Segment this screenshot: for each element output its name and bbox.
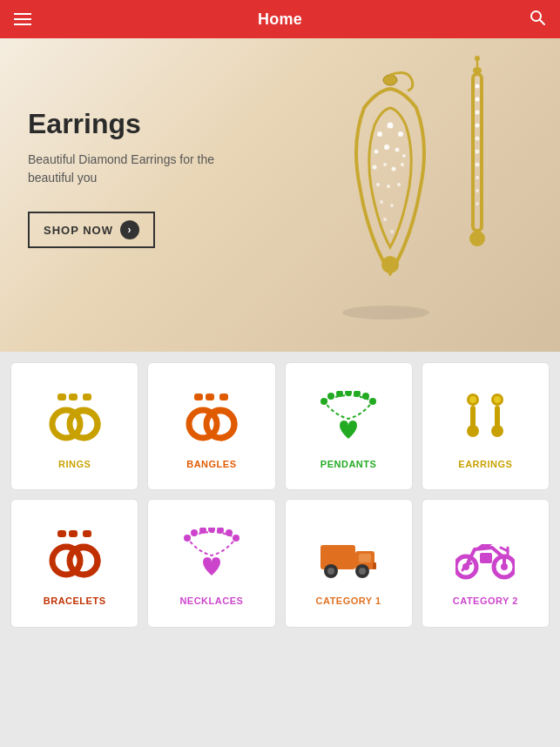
header-title: Home xyxy=(258,10,302,29)
svg-rect-44 xyxy=(206,394,214,400)
bangles-icon xyxy=(181,389,242,450)
category-grid: RINGS BANGLES xyxy=(0,352,560,638)
pendants-icon xyxy=(318,389,379,450)
svg-point-13 xyxy=(401,163,404,166)
svg-rect-45 xyxy=(219,394,228,400)
svg-point-30 xyxy=(476,137,480,141)
banner-image xyxy=(281,56,543,334)
svg-point-9 xyxy=(402,154,406,158)
svg-point-32 xyxy=(476,163,480,167)
svg-point-8 xyxy=(395,148,400,152)
svg-rect-57 xyxy=(470,406,476,427)
category-card-bangles[interactable]: BANGLES xyxy=(147,362,275,490)
category1-label: CATEGORY 1 xyxy=(316,596,381,606)
svg-point-11 xyxy=(383,163,387,166)
svg-point-21 xyxy=(381,256,399,273)
svg-rect-40 xyxy=(83,394,91,400)
menu-button[interactable] xyxy=(14,13,31,25)
svg-point-33 xyxy=(476,176,479,179)
svg-point-2 xyxy=(383,75,397,85)
svg-point-18 xyxy=(390,204,394,207)
category-card-necklaces[interactable]: NECKLACES xyxy=(147,499,275,627)
rings-label: RINGS xyxy=(58,459,91,469)
svg-rect-63 xyxy=(57,530,66,537)
earrings-label: EARRINGS xyxy=(458,459,512,469)
truck-icon xyxy=(318,526,379,587)
svg-point-58 xyxy=(467,425,479,437)
svg-rect-65 xyxy=(83,530,91,537)
svg-rect-38 xyxy=(57,394,66,400)
category-card-pendants[interactable]: PENDANTS xyxy=(285,362,413,490)
bracelets-label: BRACELETS xyxy=(44,596,106,606)
category-card-category1[interactable]: CATEGORY 1 xyxy=(285,499,413,627)
bracelets-icon xyxy=(44,526,105,587)
svg-point-28 xyxy=(476,111,480,115)
svg-rect-64 xyxy=(69,530,78,537)
svg-point-34 xyxy=(476,189,479,192)
svg-point-36 xyxy=(469,231,485,246)
earrings-icon xyxy=(455,389,516,450)
svg-point-17 xyxy=(380,200,383,204)
svg-point-10 xyxy=(373,165,377,170)
svg-point-24 xyxy=(475,56,480,61)
svg-point-26 xyxy=(476,84,480,89)
category-card-bracelets[interactable]: BRACELETS xyxy=(10,499,138,627)
svg-point-29 xyxy=(476,124,480,128)
svg-point-35 xyxy=(476,202,479,205)
svg-point-27 xyxy=(476,98,480,102)
search-button[interactable] xyxy=(529,9,546,30)
svg-point-56 xyxy=(469,396,476,403)
category-card-earrings[interactable]: EARRINGS xyxy=(422,362,550,490)
app-header: Home xyxy=(0,0,560,38)
svg-rect-61 xyxy=(495,406,500,427)
svg-rect-39 xyxy=(69,394,78,400)
banner-subtitle: Beautiful Diamond Earrings for the beaut… xyxy=(28,151,219,187)
category-card-rings[interactable]: RINGS xyxy=(10,362,138,490)
svg-point-4 xyxy=(388,123,394,129)
pendants-label: PENDANTS xyxy=(320,459,377,469)
svg-point-6 xyxy=(374,150,379,154)
category2-label: CATEGORY 2 xyxy=(453,596,518,606)
banner-title: Earrings xyxy=(28,108,219,140)
svg-point-62 xyxy=(491,425,503,437)
svg-point-15 xyxy=(387,185,390,188)
svg-point-81 xyxy=(359,568,366,575)
category-card-category2[interactable]: CATEGORY 2 xyxy=(422,499,550,627)
necklaces-icon xyxy=(181,526,242,587)
banner-content: Earrings Beautiful Diamond Earrings for … xyxy=(28,108,219,248)
arrow-icon: › xyxy=(120,220,139,239)
svg-point-16 xyxy=(397,183,401,186)
svg-point-14 xyxy=(376,183,380,186)
svg-point-19 xyxy=(383,218,387,221)
svg-point-79 xyxy=(327,568,334,575)
svg-rect-77 xyxy=(359,554,371,562)
motorcycle-icon xyxy=(455,526,516,587)
svg-rect-43 xyxy=(194,394,203,400)
svg-rect-82 xyxy=(373,562,376,569)
svg-point-5 xyxy=(398,131,403,137)
svg-line-1 xyxy=(540,20,544,24)
shop-now-button[interactable]: SHOP NOW › xyxy=(28,212,155,248)
svg-rect-75 xyxy=(320,545,355,569)
bangles-label: BANGLES xyxy=(186,459,236,469)
svg-point-3 xyxy=(377,131,382,137)
svg-point-31 xyxy=(476,150,480,154)
svg-point-20 xyxy=(390,230,394,233)
svg-rect-89 xyxy=(480,553,492,563)
hero-banner: Earrings Beautiful Diamond Earrings for … xyxy=(0,38,560,352)
bottom-spacer xyxy=(0,638,560,673)
necklaces-label: NECKLACES xyxy=(179,596,243,606)
rings-icon xyxy=(44,389,105,450)
svg-point-7 xyxy=(384,145,389,150)
svg-point-60 xyxy=(494,396,501,403)
svg-point-12 xyxy=(392,167,396,172)
svg-point-37 xyxy=(342,306,429,320)
